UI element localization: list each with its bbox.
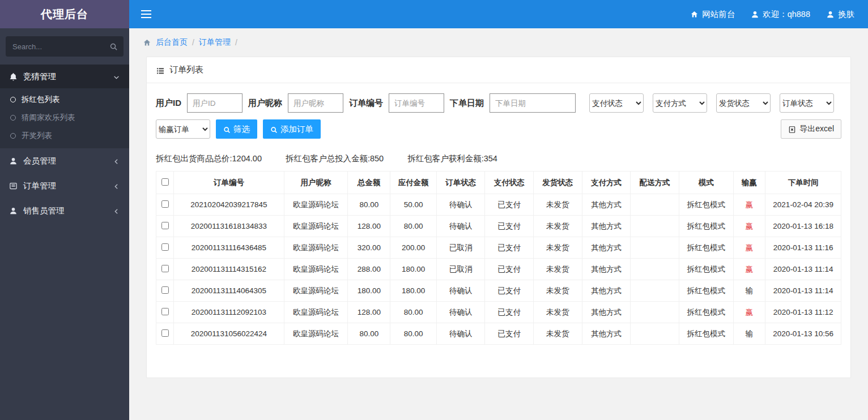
cell-ship-status: 未发货: [534, 216, 582, 237]
pay-method-select[interactable]: 支付方式: [653, 93, 707, 113]
user-id-input[interactable]: [187, 93, 242, 113]
cell-order-status: 待确认: [436, 216, 485, 237]
row-checkbox[interactable]: [161, 200, 169, 208]
column-header[interactable]: 总金额: [348, 172, 390, 194]
search-input[interactable]: [6, 36, 124, 57]
cell-payable: 50.00: [390, 194, 436, 216]
column-header[interactable]: 应付金额: [390, 172, 436, 194]
cell-pay-status: 已支付: [485, 302, 534, 323]
cell-order-no: 202102042039217845: [174, 194, 284, 216]
cell-pay-method: 其他方式: [582, 216, 631, 237]
row-checkbox[interactable]: [161, 243, 169, 251]
cell-order-status: 待确认: [436, 323, 485, 345]
change-skin-link[interactable]: 换肤: [826, 9, 854, 20]
row-checkbox-cell: [156, 216, 174, 237]
cell-mode: 拆红包模式: [679, 237, 733, 259]
cell-payable: 80.00: [390, 302, 436, 323]
cell-nickname: 欧皇源码论坛: [284, 216, 348, 237]
row-checkbox[interactable]: [161, 308, 169, 315]
search-icon: [270, 125, 278, 134]
sidebar-item-label: 订单管理: [23, 181, 56, 191]
cell-result: 输: [733, 280, 765, 302]
sidebar-item-betting-management[interactable]: 竞猜管理: [0, 65, 129, 88]
pay-status-select[interactable]: 支付状态: [589, 93, 644, 113]
cell-time: 2020-01-13 11:14: [765, 259, 841, 280]
add-order-button[interactable]: 添加订单: [263, 119, 321, 139]
nickname-input[interactable]: [288, 93, 343, 113]
brand-title: 代理后台: [0, 0, 129, 28]
search-icon[interactable]: [109, 41, 118, 51]
order-date-input[interactable]: [490, 93, 576, 113]
sidebar: 代理后台 竞猜管理 拆红包列表 猜阖家欢乐列表 开奖列表: [0, 0, 129, 420]
filter-button[interactable]: 筛选: [216, 119, 257, 139]
cell-total: 80.00: [348, 194, 390, 216]
stat-total-profit: 拆红包客户获利金额:354: [407, 153, 497, 164]
cell-nickname: 欧皇源码论坛: [284, 302, 348, 323]
cell-result: 赢: [733, 237, 765, 259]
breadcrumb-home-link[interactable]: 后台首页: [156, 37, 188, 48]
chevron-left-icon: [113, 206, 120, 215]
cell-pay-method: 其他方式: [582, 280, 631, 302]
cell-payable: 180.00: [390, 259, 436, 280]
breadcrumb-current-link[interactable]: 订单管理: [199, 37, 231, 48]
skin-icon: [826, 10, 835, 19]
cell-delivery: [631, 323, 679, 345]
main-content: 后台首页 / 订单管理 / 订单列表 用户ID 用户昵称 订单编号 下单日期: [129, 0, 868, 378]
panel-title: 订单列表: [169, 65, 203, 75]
order-list-panel: 订单列表 用户ID 用户昵称 订单编号 下单日期 支付状态 支付方式: [146, 57, 851, 378]
sidebar-item-family-fun-list[interactable]: 猜阖家欢乐列表: [0, 109, 129, 127]
cell-mode: 拆红包模式: [679, 216, 733, 237]
cell-nickname: 欧皇源码论坛: [284, 323, 348, 345]
table-row: 202001131114064305欧皇源码论坛180.00180.00待确认已…: [156, 280, 841, 302]
row-checkbox[interactable]: [161, 222, 169, 229]
cell-total: 128.00: [348, 302, 390, 323]
cell-total: 320.00: [348, 237, 390, 259]
sidebar-item-label: 销售员管理: [23, 205, 65, 216]
cell-delivery: [631, 216, 679, 237]
chevron-down-icon: [113, 72, 120, 81]
column-header[interactable]: 下单时间: [765, 172, 841, 194]
frontend-link[interactable]: 网站前台: [690, 9, 735, 20]
cell-pay-method: 其他方式: [582, 237, 631, 259]
export-excel-button[interactable]: 导出excel: [781, 119, 841, 139]
user-id-label: 用户ID: [156, 98, 181, 109]
cell-order-no: 202001131112092103: [174, 302, 284, 323]
cell-pay-status: 已支付: [485, 259, 534, 280]
column-header[interactable]: 订单编号: [174, 172, 284, 194]
row-checkbox[interactable]: [161, 329, 169, 337]
row-checkbox-cell: [156, 194, 174, 216]
row-checkbox[interactable]: [161, 265, 169, 272]
sidebar-item-red-packet-list[interactable]: 拆红包列表: [0, 91, 129, 109]
sidebar-item-lottery-list[interactable]: 开奖列表: [0, 127, 129, 145]
cell-order-status: 待确认: [436, 194, 485, 216]
breadcrumb: 后台首页 / 订单管理 /: [129, 28, 868, 48]
sidebar-item-member-management[interactable]: 会员管理: [0, 148, 129, 173]
order-status-select[interactable]: 订单状态: [780, 93, 834, 113]
table-header-row: 订单编号用户昵称总金额应付金额订单状态支付状态发货状态支付方式配送方式模式输赢下…: [156, 172, 841, 194]
cell-nickname: 欧皇源码论坛: [284, 259, 348, 280]
row-checkbox[interactable]: [161, 286, 169, 294]
cell-ship-status: 未发货: [534, 194, 582, 216]
sidebar-item-salesperson-management[interactable]: 销售员管理: [0, 198, 129, 223]
cell-nickname: 欧皇源码论坛: [284, 237, 348, 259]
frontend-link-label: 网站前台: [702, 9, 735, 20]
ship-status-select[interactable]: 发货状态: [716, 93, 771, 113]
cell-ship-status: 未发货: [534, 302, 582, 323]
cell-result: 赢: [733, 302, 765, 323]
row-checkbox-cell: [156, 302, 174, 323]
menu-toggle-icon[interactable]: [129, 0, 163, 28]
win-lose-select[interactable]: 输赢订单: [156, 119, 210, 139]
cell-delivery: [631, 237, 679, 259]
column-header[interactable]: 订单状态: [436, 172, 485, 194]
add-order-button-label: 添加订单: [280, 124, 313, 135]
welcome-user[interactable]: 欢迎：qh888: [751, 9, 810, 20]
column-header[interactable]: 用户昵称: [284, 172, 348, 194]
order-no-input[interactable]: [389, 93, 444, 113]
cell-time: 2020-01-13 11:14: [765, 280, 841, 302]
user-icon: [9, 206, 18, 216]
select-all-checkbox[interactable]: [161, 178, 169, 186]
column-header: 发货状态: [534, 172, 582, 194]
cell-time: 2020-01-13 10:56: [765, 323, 841, 345]
sidebar-item-order-management[interactable]: 订单管理: [0, 173, 129, 198]
filter-row-2: 输赢订单 筛选 添加订单: [156, 119, 841, 139]
